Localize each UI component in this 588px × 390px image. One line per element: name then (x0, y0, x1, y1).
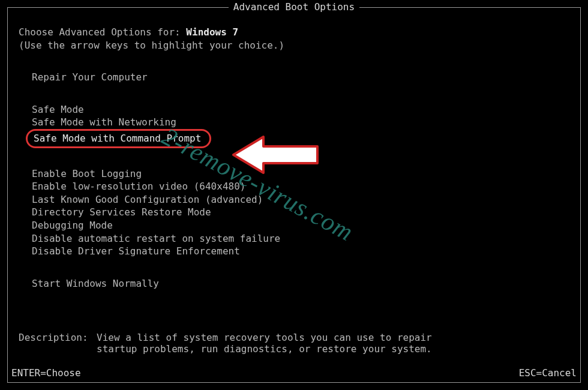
option-group-normal: Start Windows Normally (32, 277, 571, 290)
option-safe-mode-command-prompt[interactable]: Safe Mode with Command Prompt (26, 129, 211, 148)
option-repair-your-computer[interactable]: Repair Your Computer (32, 71, 571, 84)
option-label: Start Windows Normally (32, 278, 159, 289)
option-group-other: Enable Boot Logging Enable low-resolutio… (32, 167, 571, 258)
description-label: Description: (19, 332, 97, 355)
footer-enter: ENTER=Choose (11, 367, 81, 379)
option-debugging-mode[interactable]: Debugging Mode (32, 219, 571, 232)
option-label: Enable low-resolution video (640x480) (32, 181, 245, 192)
option-disable-driver-sig[interactable]: Disable Driver Signature Enforcement (32, 245, 571, 258)
description-text: View a list of system recovery tools you… (97, 332, 433, 355)
option-group-repair: Repair Your Computer (32, 71, 571, 84)
option-label: Safe Mode (32, 104, 84, 115)
option-label: Disable Driver Signature Enforcement (32, 245, 240, 257)
option-label: Last Known Good Configuration (advanced) (32, 194, 263, 205)
option-enable-boot-logging[interactable]: Enable Boot Logging (32, 167, 571, 181)
option-safe-mode-networking[interactable]: Safe Mode with Networking (32, 116, 571, 129)
title-container: Advanced Boot Options (8, 1, 580, 13)
screen-frame: Advanced Boot Options Choose Advanced Op… (7, 7, 581, 383)
intro-line: Choose Advanced Options for: Windows 7 (19, 26, 571, 39)
main-content: Choose Advanced Options for: Windows 7 (… (8, 8, 580, 290)
option-group-safemode: Safe Mode Safe Mode with Networking Safe… (32, 103, 571, 148)
option-safe-mode[interactable]: Safe Mode (32, 103, 571, 116)
option-label: Debugging Mode (32, 220, 113, 231)
os-name: Windows 7 (186, 26, 238, 38)
page-title: Advanced Boot Options (229, 1, 359, 13)
description-block: Description: View a list of system recov… (19, 332, 433, 355)
option-disable-auto-restart[interactable]: Disable automatic restart on system fail… (32, 232, 571, 245)
footer-bar: ENTER=Choose ESC=Cancel (8, 367, 580, 379)
option-label: Disable automatic restart on system fail… (32, 233, 280, 244)
option-label: Directory Services Restore Mode (32, 206, 211, 218)
option-directory-services-restore[interactable]: Directory Services Restore Mode (32, 206, 571, 219)
option-start-windows-normally[interactable]: Start Windows Normally (32, 277, 571, 290)
footer-esc: ESC=Cancel (519, 367, 577, 379)
option-label: Safe Mode with Networking (32, 116, 176, 128)
option-label: Enable Boot Logging (32, 168, 142, 179)
option-low-res-video[interactable]: Enable low-resolution video (640x480) (32, 180, 571, 193)
intro-prefix: Choose Advanced Options for: (19, 26, 186, 38)
intro-hint: (Use the arrow keys to highlight your ch… (19, 39, 571, 52)
option-label: Safe Mode with Command Prompt (34, 133, 201, 144)
boot-screen: Advanced Boot Options Choose Advanced Op… (0, 0, 588, 390)
option-label: Repair Your Computer (32, 71, 148, 83)
option-last-known-good[interactable]: Last Known Good Configuration (advanced) (32, 193, 571, 206)
